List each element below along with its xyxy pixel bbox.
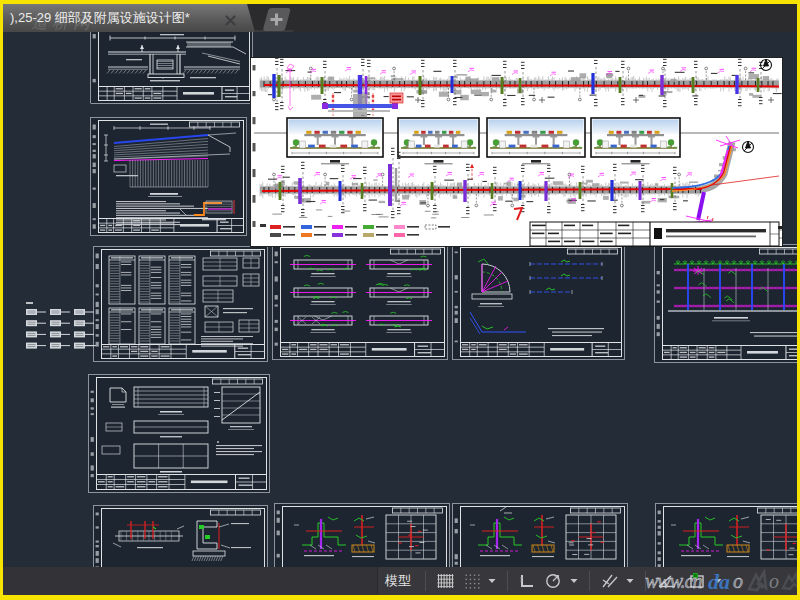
- highlight-border-bottom: [0, 595, 800, 600]
- sheet-curb-details-3: [655, 503, 797, 567]
- drawing-canvas[interactable]: [3, 32, 797, 567]
- object-snap-icon[interactable]: [682, 567, 712, 595]
- tab-close-icon[interactable]: [225, 12, 236, 23]
- sheet-fan-detail: [452, 244, 625, 360]
- sheet-curb-details-2: [452, 503, 628, 567]
- status-bar: 模型 www.cndaoo: [3, 567, 797, 595]
- chevron-down-icon[interactable]: [568, 572, 583, 590]
- sheet-beam-details: [272, 244, 448, 360]
- grid-display-icon[interactable]: [459, 567, 486, 595]
- file-tab-bar: ),25-29 细部及附属设施设计图* 道桥网: [3, 4, 797, 32]
- angle-annotation-icon[interactable]: [652, 567, 682, 595]
- new-tab-button[interactable]: [261, 8, 293, 31]
- sheet-anchor-detail: [93, 505, 268, 567]
- snap-mode-icon[interactable]: [432, 567, 459, 595]
- model-space-button[interactable]: 模型: [378, 567, 419, 595]
- separator: [507, 571, 508, 591]
- chevron-down-icon[interactable]: [712, 572, 727, 590]
- separator: [645, 571, 646, 591]
- sheet-plank-details: [88, 374, 270, 493]
- separator: [425, 571, 426, 591]
- application-window: ),25-29 细部及附属设施设计图* 道桥网 模型: [0, 0, 800, 600]
- isometric-drafting-icon[interactable]: [596, 567, 624, 595]
- highlight-border-top: [0, 0, 800, 4]
- sheet-underpass-section: [90, 32, 253, 104]
- status-bar-button-group: 模型: [377, 567, 797, 595]
- chevron-down-icon[interactable]: [486, 572, 501, 590]
- file-tab-active[interactable]: ),25-29 细部及附属设施设计图*: [3, 4, 255, 32]
- ortho-mode-icon[interactable]: [514, 567, 540, 595]
- chevron-down-icon[interactable]: [624, 572, 639, 590]
- polar-tracking-icon[interactable]: [540, 567, 568, 595]
- sheet-curb-details-1: [274, 503, 450, 567]
- floating-detail-cluster: [22, 300, 96, 354]
- sheet-embankment-treatment: [90, 117, 247, 236]
- sheet-quantity-tables: [93, 246, 268, 362]
- separator: [589, 571, 590, 591]
- file-tab-title: ),25-29 细部及附属设施设计图*: [3, 9, 190, 27]
- sheet-fence-elevation: [654, 244, 797, 363]
- highlight-border-left: [0, 0, 3, 600]
- road-plan-sheet: [250, 57, 783, 247]
